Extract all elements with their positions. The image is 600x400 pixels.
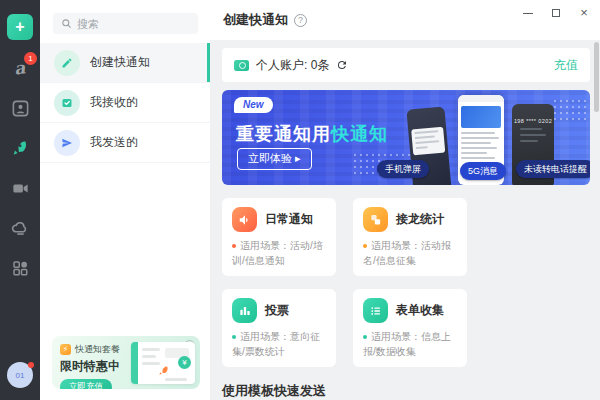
templates-section-title: 使用模板快速发送 [222,382,590,400]
inbox-check-icon [54,90,80,116]
card-desc: 适用场景：信息上报/数据收集 [363,330,458,359]
promo-banner[interactable]: New 重要通知用快通知 立即体验 ▸ 198 **** 0202 [222,90,590,185]
sidebar-item-create-notice[interactable]: 创建快通知 [40,43,210,83]
app-rail: + a 1 [0,0,40,400]
template-cards: 日常通知 适用场景：活动/培训/信息通知 接龙统计 适用场景：活动报名/信息征集 [222,198,590,367]
promo-illustration: ¥ [131,342,195,384]
banner-tag-popup: 手机弹屏 [377,160,429,178]
banner-tag-5g: 5G消息 [460,162,506,180]
rail-item-cloud[interactable] [8,216,32,240]
card-title: 接龙统计 [396,211,444,228]
card-daily-notice[interactable]: 日常通知 适用场景：活动/培训/信息通知 [222,198,336,276]
banner-tag-call-remind: 未读转电话提醒 [516,160,590,178]
card-desc: 适用场景：活动报名/信息征集 [363,239,458,268]
contacts-icon [11,99,30,118]
sidebar-item-label: 我发送的 [90,134,138,151]
rail-item-contacts[interactable] [8,96,32,120]
banner-title: 重要通知用快通知 [236,122,388,146]
cloud-icon [11,219,30,238]
balance-card-icon [234,60,249,71]
rail-item-workbench[interactable] [8,256,32,280]
card-desc-text: 适用场景：活动/培训/信息通知 [232,240,323,266]
maximize-button[interactable] [550,7,562,19]
search-box[interactable] [53,13,198,34]
promo-tag: 快通知套餐 [75,343,120,356]
promo-coin-icon: ¥ [178,356,191,369]
phone-number: 198 **** 0202 [512,118,554,124]
create-plus-button[interactable]: + [7,14,33,40]
card-chain-stats[interactable]: 接龙统计 适用场景：活动报名/信息征集 [353,198,467,276]
rail-item-messages[interactable]: a 1 [8,56,32,80]
new-badge: New [234,97,273,113]
window-controls: × [522,7,590,19]
card-title: 投票 [265,302,289,319]
sidebar-item-label: 我接收的 [90,94,138,111]
account-balance-label: 个人账户: 0条 [256,57,329,74]
minimize-button[interactable] [522,7,534,19]
avatar-label: 01 [16,371,25,380]
rocket-icon [10,138,30,158]
main-content: 个人账户: 0条 充值 New 重要通知用快通知 立即体验 ▸ [210,40,600,400]
video-camera-icon [11,179,30,198]
card-title: 表单收集 [396,302,444,319]
try-now-button[interactable]: 立即体验 ▸ [237,148,312,170]
promo-card[interactable]: ⚡ 快通知套餐 限时特惠中 立即充值 × ¥ [52,336,200,389]
sidebar: 创建快通知 我接收的 我发送的 ⚡ 快通知套餐 限时特惠中 立即充值 × [40,0,210,400]
card-desc-text: 适用场景：意向征集/票数统计 [232,331,320,357]
account-balance-bar: 个人账户: 0条 充值 [222,48,590,82]
card-vote[interactable]: 投票 适用场景：意向征集/票数统计 [222,289,336,367]
refresh-icon[interactable] [336,59,348,71]
app-window: + a 1 [0,0,600,400]
promo-rocket-icon [157,364,170,377]
paper-plane-icon [54,130,80,156]
card-desc-text: 适用场景：信息上报/数据收集 [363,331,451,357]
search-input[interactable] [77,18,187,30]
card-desc-text: 适用场景：活动报名/信息征集 [363,240,451,266]
banner-dots [552,98,590,120]
promo-recharge-button[interactable]: 立即充值 [60,379,112,389]
rail-item-quick-notice[interactable] [8,136,32,160]
sidebar-item-received[interactable]: 我接收的 [40,83,210,123]
card-desc: 适用场景：意向征集/票数统计 [232,330,327,359]
sidebar-item-label: 创建快通知 [90,54,150,71]
user-avatar[interactable]: 01 [7,362,33,388]
recharge-link[interactable]: 充值 [554,57,578,74]
unread-badge: 1 [24,52,37,65]
page-header: 创建快通知 ? [210,0,600,40]
card-desc: 适用场景：活动/培训/信息通知 [232,239,327,268]
apps-grid-icon [11,259,29,277]
pencil-icon [54,50,80,76]
close-button[interactable]: × [578,7,590,19]
rail-item-meeting[interactable] [8,176,32,200]
scrollbar-thumb[interactable] [594,42,599,112]
card-title: 日常通知 [265,211,313,228]
banner-title-cyan: 快通知 [331,124,388,144]
avatar-status-dot [28,362,34,368]
promo-flash-icon: ⚡ [60,344,71,355]
form-list-icon [363,298,388,323]
page-title: 创建快通知 [223,11,288,29]
card-form-collect[interactable]: 表单收集 适用场景：信息上报/数据收集 [353,289,467,367]
bar-chart-icon [232,298,257,323]
banner-title-white: 重要通知用 [236,124,331,144]
speaker-icon [232,207,257,232]
search-icon [61,18,72,29]
main-area: × 创建快通知 ? 个人账户: 0条 充值 New [210,0,600,400]
chain-blocks-icon [363,207,388,232]
help-icon[interactable]: ? [294,14,307,27]
sidebar-item-sent[interactable]: 我发送的 [40,123,210,163]
